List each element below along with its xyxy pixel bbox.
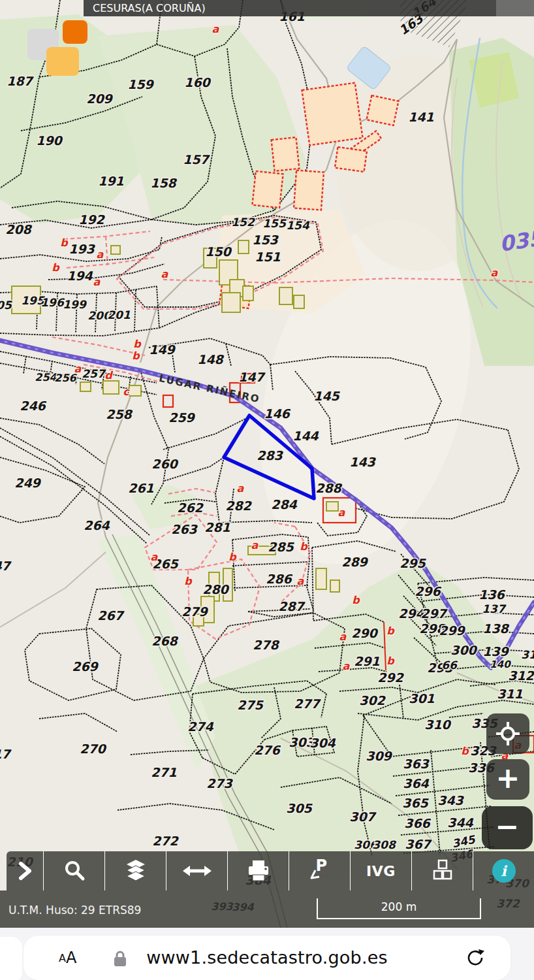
parcel-number: 307	[349, 809, 377, 824]
subparcel-letter: a	[339, 630, 347, 643]
crosshair-icon	[495, 721, 521, 747]
subparcel-letter: b	[133, 338, 142, 350]
subparcel-letter: b	[60, 237, 69, 249]
cubes-icon	[429, 858, 456, 884]
print-button[interactable]	[227, 851, 289, 890]
subparcel-letter: a	[251, 539, 259, 551]
parcel-number: 139	[482, 644, 509, 659]
building	[111, 246, 120, 254]
parcel-number: 312	[508, 668, 534, 683]
building	[367, 95, 399, 125]
parcel-number: 310	[424, 717, 451, 732]
parcel-number: 152	[231, 216, 255, 229]
subparcel-letter: a	[343, 660, 351, 672]
building	[302, 83, 362, 146]
subparcel-letter: a	[74, 363, 82, 375]
parcel-number: 284	[271, 497, 297, 512]
parcel-number: 209	[86, 91, 113, 106]
parcel-point-button[interactable]: P	[289, 851, 350, 890]
parcel-number: 262	[177, 500, 204, 515]
parcel-number: 193	[69, 242, 95, 256]
url-text[interactable]: www1.sedecatastro.gob.es	[24, 936, 510, 980]
parcel-number: 159	[127, 77, 154, 91]
parcel-number: 157	[183, 152, 210, 167]
printer-icon	[245, 859, 272, 883]
subparcel-letter: b	[461, 745, 469, 757]
parcel-number: 344	[447, 815, 473, 830]
pan-button[interactable]	[166, 851, 227, 890]
parcel-number: 187	[7, 74, 34, 88]
parcel-number: 286	[266, 572, 292, 586]
parcel-number: 260	[151, 457, 178, 471]
parcel-number: 282	[225, 498, 252, 513]
building	[238, 240, 249, 253]
parcel-number: 196	[40, 296, 65, 309]
3d-view-button[interactable]	[411, 851, 473, 890]
parcel-number: 291	[354, 654, 380, 668]
minus-icon: −	[495, 812, 520, 841]
parcel-number: 343	[437, 793, 464, 808]
browser-bottom-bar: AA www1.sedecatastro.gob.es	[0, 928, 534, 980]
parcel-number: 143	[349, 455, 376, 469]
parcel-number: 290	[351, 626, 378, 640]
parcel-number: 289	[341, 555, 368, 569]
locate-button[interactable]	[486, 713, 529, 754]
parcel-number: 263	[171, 522, 198, 536]
parcel-number: 201	[107, 308, 131, 321]
parcel-number: 192	[78, 212, 105, 227]
parcel-number: 261	[128, 481, 154, 495]
scale-label: 200 m	[381, 900, 416, 913]
parcel-number: 258	[106, 407, 133, 421]
parcel-number: 257	[82, 367, 106, 380]
parcel-number: 149	[149, 342, 176, 357]
building	[294, 171, 324, 210]
parcel-number: 364	[403, 776, 429, 791]
building	[272, 137, 300, 171]
building	[335, 147, 367, 172]
ivg-button[interactable]: IVG	[350, 851, 411, 890]
parcel-number: 365	[402, 796, 429, 810]
search-button[interactable]	[43, 851, 104, 890]
previous-tab-edge[interactable]	[0, 937, 22, 980]
reload-icon[interactable]	[465, 947, 486, 968]
parcel-number: 153	[252, 233, 279, 247]
parcel-number: 268	[151, 634, 178, 648]
parcel-number: 147	[238, 370, 266, 384]
parcel-number: 264	[84, 518, 110, 532]
expand-toolbar-button[interactable]	[7, 851, 43, 890]
parcel-number: 247	[0, 559, 12, 573]
subparcel-letter: b	[386, 655, 395, 667]
parcel-number: 205	[0, 299, 12, 312]
building	[326, 502, 338, 511]
cadastral-map-canvas[interactable]: LUGAR RIÑEIRO 035 1872091591601901911571…	[0, 0, 534, 928]
parcel-number: 299	[439, 623, 465, 638]
subparcel-letter: b	[300, 540, 308, 553]
parcel-number: 363	[403, 757, 430, 771]
building	[279, 287, 292, 304]
terrain-layer	[0, 0, 534, 928]
parcel-number: 296	[415, 584, 441, 598]
parcel-number: 295	[400, 556, 426, 570]
parcel-number: 366	[404, 816, 431, 830]
info-glyph: i	[501, 862, 506, 879]
url-bar[interactable]: AA www1.sedecatastro.gob.es	[24, 936, 510, 980]
building	[129, 385, 141, 396]
magnifier-icon	[63, 859, 86, 883]
cadastral-map[interactable]: LUGAR RIÑEIRO 035 1872091591601901911571…	[0, 0, 534, 928]
zoom-out-button[interactable]: −	[482, 806, 533, 849]
subparcel-letter: a	[161, 268, 169, 280]
info-button[interactable]: i	[473, 851, 534, 890]
horizontal-arrows-icon	[183, 863, 212, 879]
parcel-number: 208	[5, 222, 32, 237]
subparcel-letter: b	[352, 594, 360, 606]
parcel-number: 144	[292, 429, 319, 443]
parcel-number: 66	[441, 659, 458, 672]
building	[294, 295, 304, 308]
parcel-number: 259	[168, 410, 195, 425]
parcel-number: 288	[315, 481, 342, 495]
zoom-in-button[interactable]: +	[486, 759, 529, 800]
layers-button[interactable]	[104, 851, 166, 890]
subparcel-letter: a	[97, 248, 104, 261]
building	[243, 286, 253, 301]
subparcel-letter: a	[93, 276, 101, 288]
